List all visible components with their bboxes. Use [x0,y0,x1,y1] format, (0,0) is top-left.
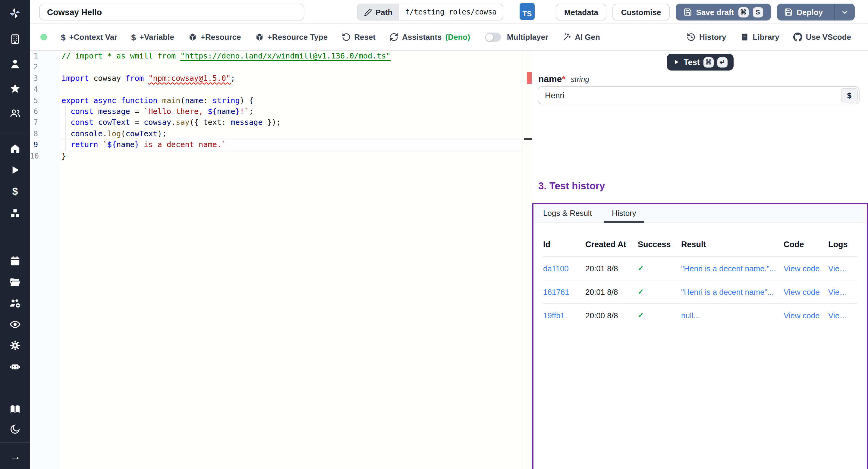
top-bar: Path f/testing_roles/cowsa TS Metadata C… [30,0,868,24]
sidebar-item-resources[interactable] [0,207,30,220]
cell-result[interactable]: "Henri is a decent name."... [681,264,784,273]
line-number: 1 [30,51,60,62]
kbd-enter: ↵ [717,57,727,67]
code-line[interactable]: console.log(cowText); [60,128,523,139]
windmill-logo-icon[interactable] [8,5,22,21]
add-variable-button[interactable]: $ +Variable [131,32,174,42]
library-button[interactable]: Library [740,33,779,41]
windmill-logo-icon [8,7,22,20]
deploy-button[interactable]: Deploy [777,4,855,21]
code-line[interactable] [60,84,523,95]
line-number: 7 [30,117,60,128]
code-line[interactable]: export async function main(name: string)… [60,95,523,106]
line-number: 8 [30,128,60,139]
editor-toolbar: $ +Context Var $ +Variable +Resource +Re… [30,24,868,51]
code-line[interactable]: const message = `Hello there, ${name}!`; [60,106,523,117]
name-argument-input[interactable] [538,86,860,104]
sidebar-item-home[interactable] [0,142,30,155]
cell-code[interactable]: View code [784,311,828,320]
column-header: Result [681,240,784,249]
connection-status-dot [40,34,47,40]
cell-code[interactable]: View code [784,264,828,273]
required-asterisk: * [562,73,565,84]
path-button[interactable]: Path f/testing_roles/cowsa [357,4,503,21]
cell-id[interactable]: 161761 [543,287,585,296]
assistants-button[interactable]: Assistants (Deno) [390,33,470,41]
ai-gen-button[interactable]: AI Gen [562,33,600,41]
moon-icon [9,423,21,435]
sidebar-item-folders[interactable] [0,276,30,289]
sidebar-item-workspace[interactable] [0,33,30,46]
history-button[interactable]: History [687,33,726,41]
cube-icon [255,33,264,41]
sidebar-item-variables[interactable]: $ [0,185,30,198]
save-draft-button[interactable]: Save draft ⌘S [676,4,771,21]
column-header: Success [638,240,681,249]
sidebar-item-schedules[interactable] [0,254,30,268]
chevron-down-icon [841,8,849,16]
cube-icon [188,33,197,41]
library-label: Library [753,33,779,41]
customise-button[interactable]: Customise [613,4,670,21]
editor-code-area[interactable]: // import * as wmill from "https://deno.… [60,51,523,469]
line-number: 5 [30,95,60,106]
sidebar-item-workers[interactable] [0,296,30,310]
cell-id[interactable]: 19ffb1 [543,311,585,320]
sidebar-item-theme-toggle[interactable] [0,423,30,436]
deploy-dropdown-button[interactable] [834,4,855,21]
cell-logs[interactable]: View logs [828,287,857,296]
code-line[interactable]: return `${name} is a decent name.` [60,139,523,150]
code-line[interactable]: const cowText = cowsay.say({ text: messa… [60,117,523,128]
sidebar-item-favorites[interactable] [0,82,30,95]
cell-result[interactable]: null... [681,311,784,320]
cell-id[interactable]: da1100 [543,264,585,273]
metadata-button[interactable]: Metadata [556,4,607,21]
test-button[interactable]: Test ⌘↵ [667,54,734,70]
cell-code[interactable]: View code [784,287,828,296]
argument-name: name [538,73,562,84]
rotate-ccw-icon [341,33,350,41]
metadata-button-label: Metadata [564,7,598,17]
column-header: Logs [828,240,857,249]
sidebar-expand-button[interactable]: → [0,450,30,463]
add-context-var-button[interactable]: $ +Context Var [61,32,117,42]
reset-button[interactable]: Reset [341,33,375,41]
history-table: IdCreated AtSuccessResultCodeLogs da1100… [533,232,867,327]
code-editor[interactable]: 12345678910 // import * as wmill from "h… [30,51,523,469]
sidebar-item-settings[interactable] [0,339,30,352]
code-line[interactable]: // import * as wmill from "https://deno.… [60,51,523,62]
tab-history[interactable]: History [612,204,636,222]
calendar-icon [9,255,21,267]
sidebar-item-docs[interactable] [0,403,30,416]
kbd-s: S [752,7,763,17]
cell-logs[interactable]: View logs [828,264,857,273]
add-resource-button[interactable]: +Resource [188,33,241,41]
code-line[interactable] [60,62,523,73]
cell-logs[interactable]: View logs [828,311,857,320]
code-line[interactable]: import cowsay from "npm:cowsay@1.5.0"; [60,73,523,84]
sidebar-item-audit-logs[interactable] [0,318,30,331]
insert-variable-button[interactable]: $ [841,88,858,102]
cell-success: ✓ [638,287,681,296]
add-resource-type-button[interactable]: +Resource Type [255,33,328,41]
column-header: Id [543,240,585,249]
sidebar-item-ai[interactable] [0,360,30,373]
line-number: 9 [30,139,60,150]
code-line[interactable]: } [60,150,523,162]
tab-logs-result[interactable]: Logs & Result [543,204,592,222]
play-icon [9,164,21,176]
sidebar-item-user[interactable] [0,57,30,70]
script-path-value[interactable]: f/testing_roles/cowsa [399,4,502,20]
cell-result[interactable]: "Henri is a decent name"... [681,287,784,296]
script-title-input[interactable] [39,4,304,21]
line-number: 10 [30,150,60,162]
sidebar-item-runs[interactable] [0,163,30,177]
reset-label: Reset [354,33,375,41]
sidebar-item-groups[interactable] [0,107,30,120]
multiplayer-toggle[interactable] [485,33,501,41]
home-icon [9,142,21,154]
user-icon [9,58,21,70]
gear-icon [9,339,21,351]
star-icon [9,83,21,95]
use-vscode-button[interactable]: Use VScode [793,33,851,41]
